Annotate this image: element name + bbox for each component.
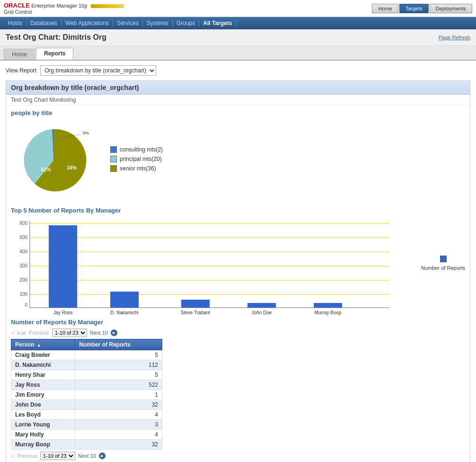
- cell-person: John Doe: [11, 400, 75, 410]
- cell-reports: 5: [75, 350, 162, 360]
- pie-label-62pct: 62%: [41, 167, 51, 172]
- tab-reports[interactable]: Reports: [36, 48, 73, 60]
- y-label-500: 500: [19, 235, 27, 240]
- previous-btn-top[interactable]: true: [17, 330, 26, 336]
- pie-label-34pct: 34%: [67, 165, 77, 170]
- prev-label-bottom: Previous: [17, 453, 37, 459]
- cell-reports: 522: [75, 380, 162, 390]
- bar-nakamichi: [110, 292, 139, 308]
- bar-legend-label: Number of Reports: [421, 265, 465, 271]
- bar-jay-ross: [49, 225, 77, 308]
- report-subtitle: Test Org Chart Monitoring: [6, 95, 470, 106]
- deployments-top-btn[interactable]: Deployments: [430, 4, 472, 13]
- table-row: Mary Holly4: [11, 430, 162, 440]
- content-area: View Report Org breakdown by title (orac…: [0, 61, 476, 462]
- th-reports[interactable]: Number of Reports: [75, 339, 162, 350]
- pagination-select-top[interactable]: 1-10 of 23: [52, 329, 87, 337]
- legend-box-senior: [110, 165, 117, 172]
- next-arrow-top[interactable]: ►: [111, 329, 117, 336]
- cell-person: Murray Boop: [11, 440, 75, 450]
- table-row: Murray Boop32: [11, 440, 162, 450]
- cell-person: Mary Holly: [11, 430, 75, 440]
- bar-murray-boop: [314, 303, 342, 308]
- targets-top-btn[interactable]: Targets: [399, 4, 429, 13]
- pagination-select-bottom[interactable]: 1-10 of 23: [40, 452, 75, 460]
- bar-trabant: [181, 300, 210, 308]
- cell-reports: 32: [75, 400, 162, 410]
- table-section-title: Number of Reports By Manager: [11, 319, 465, 326]
- cell-reports: 4: [75, 410, 162, 420]
- oracle-brand: ORACLE Enterprise Manager 10g: [4, 2, 124, 9]
- progress-decoration: [91, 4, 124, 8]
- em-label: Enterprise Manager 10g: [31, 3, 87, 9]
- table-row: Lorrie Young3: [11, 420, 162, 430]
- tab-home[interactable]: Home: [4, 49, 35, 60]
- pie-legend: consulting mts(2) principal mts(20) seni…: [110, 146, 163, 172]
- nav-web-applications[interactable]: Web Applications: [62, 20, 113, 27]
- next-label-bottom: Next 10: [78, 453, 96, 459]
- y-label-300: 300: [19, 263, 27, 268]
- y-label-200: 200: [19, 277, 27, 283]
- nav-services[interactable]: Services: [113, 20, 143, 27]
- next-arrow-bottom[interactable]: ►: [99, 453, 106, 459]
- previous-radio-top: ○: [11, 329, 14, 336]
- oracle-text: ORACLE: [4, 2, 30, 9]
- y-label-600: 600: [19, 221, 27, 226]
- bar-chart-wrapper: 600 500 400 300 200 100 0: [11, 218, 412, 314]
- pie-chart: 3% 34% 62%: [11, 120, 96, 197]
- cell-reports: 3: [75, 420, 162, 430]
- next-label-top: Next 10: [90, 330, 108, 336]
- cell-person: Jim Emory: [11, 390, 75, 400]
- nav-all-targets[interactable]: All Targets: [199, 20, 236, 27]
- legend-item-principal: principal mts(20): [110, 156, 163, 162]
- legend-item-consulting: consulting mts(2): [110, 146, 163, 153]
- bar-chart-legend: Number of Reports: [421, 218, 465, 271]
- report-header: Org breakdown by title (oracle_orgchart): [6, 81, 470, 95]
- legend-item-senior: senior mts(36): [110, 165, 163, 172]
- bar-legend-box: [440, 256, 447, 262]
- cell-reports: 32: [75, 440, 162, 450]
- page-title: Test Org Chart: Dimitris Org: [6, 33, 106, 42]
- nav-databases[interactable]: Databases: [26, 20, 62, 27]
- bar-label-nakamichi: D. Nakamichi: [110, 310, 138, 315]
- sort-arrow-person: ▲: [37, 343, 41, 347]
- nav-systems[interactable]: Systems: [143, 20, 173, 27]
- cell-person: Les Boyd: [11, 410, 75, 420]
- page-title-bar: Test Org Chart: Dimitris Org Page Refres…: [0, 29, 476, 46]
- cell-person: Jay Ross: [11, 380, 75, 390]
- table-row: Jay Ross522: [11, 380, 162, 390]
- legend-label-senior: senior mts(36): [120, 165, 156, 172]
- bar-label-murray-boop: Murray Boop: [314, 310, 342, 315]
- view-report-row: View Report Org breakdown by title (orac…: [6, 65, 470, 76]
- top-nav-buttons: Home Targets Deployments: [372, 4, 472, 13]
- y-label-0: 0: [25, 302, 27, 308]
- view-report-select[interactable]: Org breakdown by title (oracle_orgchart): [40, 65, 156, 76]
- home-top-btn[interactable]: Home: [372, 4, 398, 13]
- table-row: Craig Bowler5: [11, 350, 162, 360]
- pie-label-3pct: 3%: [82, 130, 89, 135]
- y-label-400: 400: [19, 249, 27, 254]
- cell-person: Henry Shar: [11, 370, 75, 380]
- th-person[interactable]: Person ▲: [11, 339, 75, 350]
- legend-label-principal: principal mts(20): [120, 156, 162, 162]
- cell-person: D. Nakamichi: [11, 360, 75, 370]
- cell-reports: 1: [75, 390, 162, 400]
- bar-john-doe: [247, 303, 276, 308]
- pie-chart-area: 3% 34% 62% consulting mts(2) principal m…: [11, 120, 465, 197]
- nav-groups[interactable]: Groups: [173, 20, 199, 27]
- pie-svg: 3% 34% 62%: [11, 120, 96, 196]
- nav-hosts[interactable]: Hosts: [4, 20, 26, 27]
- legend-box-consulting: [110, 146, 117, 153]
- bar-chart-container: 600 500 400 300 200 100 0: [11, 218, 465, 314]
- table-row: D. Nakamichi112: [11, 360, 162, 370]
- page-refresh-link[interactable]: Page Refresh: [439, 35, 470, 40]
- tabs-bar: Home Reports: [0, 46, 476, 61]
- prev-label-top: Previous: [29, 330, 49, 336]
- cell-reports: 4: [75, 430, 162, 440]
- cell-reports: 5: [75, 370, 162, 380]
- oracle-logo: ORACLE Enterprise Manager 10g Grid Contr…: [4, 2, 124, 15]
- cell-person: Craig Bowler: [11, 350, 75, 360]
- pagination-bottom: ○ Previous 1-10 of 23 Next 10 ►: [11, 452, 465, 460]
- bar-chart-title: Top 5 Number of Reports By Manager: [11, 207, 465, 214]
- legend-box-principal: [110, 156, 117, 162]
